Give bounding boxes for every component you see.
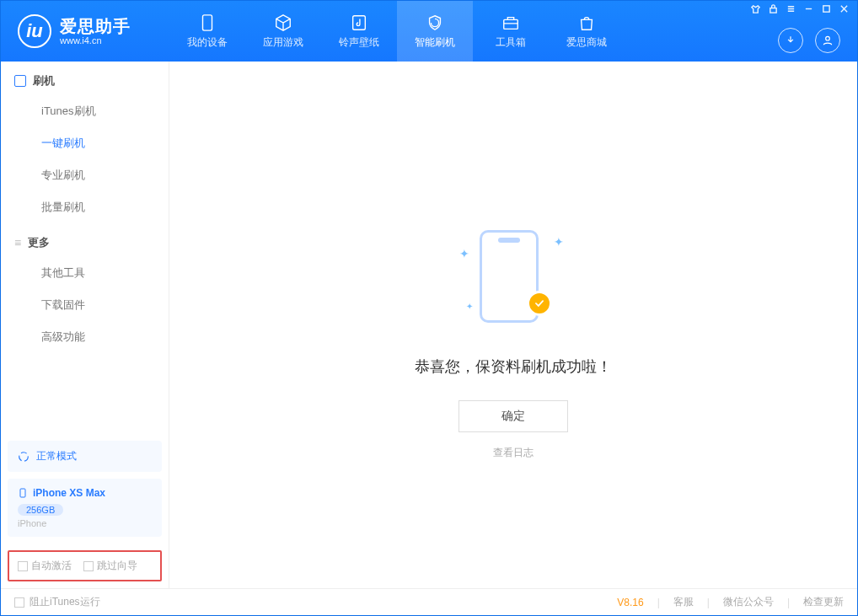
- tab-label: 智能刷机: [415, 35, 455, 50]
- more-section-icon: ≡: [14, 237, 21, 249]
- svg-rect-3: [770, 8, 776, 13]
- shirt-icon[interactable]: [751, 4, 760, 16]
- tab-label: 铃声壁纸: [339, 35, 379, 50]
- device-mode-status[interactable]: 正常模式: [8, 441, 162, 472]
- main-content: ✦ ✦ ✦ 恭喜您，保资料刷机成功啦！ 确定 查看日志: [169, 62, 857, 588]
- device-section-icon: [14, 75, 26, 87]
- success-check-badge: [527, 291, 552, 316]
- svg-point-6: [19, 452, 29, 461]
- sidebar: 刷机 iTunes刷机 一键刷机 专业刷机 批量刷机 ≡ 更多 其他工具 下载固…: [1, 62, 169, 588]
- tab-smart-flash[interactable]: 智能刷机: [397, 1, 473, 62]
- checkbox-icon: [18, 561, 28, 571]
- separator: |: [787, 597, 790, 608]
- user-icon: [822, 35, 834, 46]
- tab-my-device[interactable]: 我的设备: [169, 1, 245, 62]
- sidebar-item-itunes-flash[interactable]: iTunes刷机: [1, 95, 169, 127]
- check-icon: [534, 297, 545, 309]
- sidebar-item-other-tools[interactable]: 其他工具: [1, 257, 169, 289]
- maximize-button[interactable]: [822, 4, 831, 16]
- body-area: 刷机 iTunes刷机 一键刷机 专业刷机 批量刷机 ≡ 更多 其他工具 下载固…: [1, 62, 857, 588]
- separator: |: [707, 597, 710, 608]
- checkbox-label: 阻止iTunes运行: [29, 595, 100, 609]
- success-message: 恭喜您，保资料刷机成功啦！: [415, 356, 612, 377]
- download-button[interactable]: [778, 28, 803, 53]
- app-name: 爱思助手: [60, 17, 131, 35]
- checkbox-auto-activate[interactable]: 自动激活: [18, 559, 72, 573]
- cube-icon: [274, 13, 292, 32]
- sidebar-section-flash: 刷机: [1, 62, 169, 95]
- checkbox-icon: [14, 597, 24, 608]
- footer-bar: 阻止iTunes运行 V8.16 | 客服 | 微信公众号 | 检查更新: [1, 588, 857, 615]
- shield-icon: [426, 13, 444, 32]
- section-label: 刷机: [33, 73, 55, 88]
- view-log-link[interactable]: 查看日志: [493, 446, 534, 460]
- sidebar-item-advanced[interactable]: 高级功能: [1, 321, 169, 353]
- status-spinner-icon: [18, 451, 29, 463]
- wechat-link[interactable]: 微信公众号: [723, 595, 774, 609]
- svg-point-5: [826, 36, 830, 40]
- version-label: V8.16: [617, 597, 643, 608]
- tab-label: 应用游戏: [263, 35, 303, 50]
- tab-label: 爱思商城: [566, 35, 607, 50]
- sparkle-icon: ✦: [554, 235, 564, 249]
- close-button[interactable]: [839, 4, 849, 16]
- top-header: iu 爱思助手 www.i4.cn 我的设备 应用游戏 铃声壁纸 智能刷机 工具…: [1, 1, 857, 62]
- app-logo: iu 爱思助手 www.i4.cn: [1, 1, 169, 62]
- tab-ringtones[interactable]: 铃声壁纸: [321, 1, 397, 62]
- checkbox-skip-guide[interactable]: 跳过向导: [83, 559, 137, 573]
- checkbox-label: 跳过向导: [97, 559, 137, 573]
- phone-icon: [18, 488, 28, 498]
- toolbox-icon: [501, 13, 520, 32]
- tab-label: 我的设备: [187, 35, 228, 50]
- tab-store[interactable]: 爱思商城: [549, 1, 625, 62]
- svg-rect-2: [504, 19, 518, 29]
- lock-icon[interactable]: [769, 4, 778, 16]
- checkbox-block-itunes[interactable]: 阻止iTunes运行: [14, 595, 100, 609]
- storage-badge: 256GB: [18, 504, 63, 516]
- sidebar-item-download-firmware[interactable]: 下载固件: [1, 289, 169, 321]
- flash-options-highlight: 自动激活 跳过向导: [8, 550, 162, 581]
- minimize-button[interactable]: [804, 4, 813, 16]
- success-illustration: ✦ ✦ ✦: [454, 222, 572, 331]
- window-controls: [751, 4, 849, 16]
- sparkle-icon: ✦: [459, 247, 469, 260]
- music-icon: [350, 13, 368, 32]
- tab-label: 工具箱: [496, 35, 526, 50]
- logo-icon: iu: [18, 14, 51, 48]
- svg-rect-7: [20, 489, 25, 497]
- menu-icon[interactable]: [786, 4, 796, 16]
- sidebar-item-pro-flash[interactable]: 专业刷机: [1, 159, 169, 191]
- svg-rect-4: [823, 6, 829, 12]
- device-info-box[interactable]: iPhone XS Max 256GB iPhone: [8, 479, 162, 537]
- user-button[interactable]: [815, 28, 840, 53]
- tab-toolbox[interactable]: 工具箱: [473, 1, 549, 62]
- device-name: iPhone XS Max: [33, 487, 105, 499]
- sidebar-item-one-click-flash[interactable]: 一键刷机: [1, 127, 169, 159]
- header-actions: [778, 28, 840, 53]
- check-update-link[interactable]: 检查更新: [803, 595, 844, 609]
- checkbox-label: 自动激活: [31, 559, 72, 573]
- bag-icon: [577, 13, 596, 32]
- section-label: 更多: [28, 235, 50, 250]
- tab-apps[interactable]: 应用游戏: [245, 1, 321, 62]
- sidebar-section-more: ≡ 更多: [1, 223, 169, 257]
- app-url: www.i4.cn: [60, 35, 131, 46]
- phone-icon: [198, 13, 217, 32]
- separator: |: [657, 597, 660, 608]
- svg-rect-0: [203, 14, 212, 29]
- ok-button[interactable]: 确定: [458, 400, 568, 432]
- sidebar-item-batch-flash[interactable]: 批量刷机: [1, 191, 169, 223]
- checkbox-icon: [83, 561, 94, 571]
- status-label: 正常模式: [36, 449, 77, 463]
- device-type: iPhone: [18, 518, 152, 528]
- sparkle-icon: ✦: [466, 302, 473, 311]
- support-link[interactable]: 客服: [673, 595, 694, 609]
- download-icon: [785, 35, 796, 46]
- svg-rect-1: [353, 15, 366, 29]
